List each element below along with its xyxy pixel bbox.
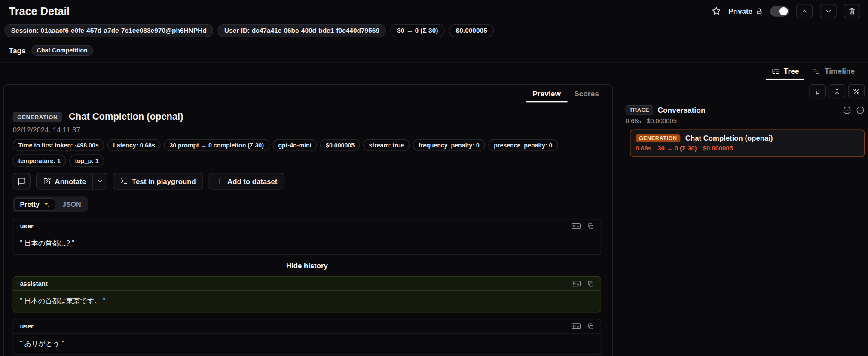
collapse-all-button[interactable]: [829, 84, 846, 98]
view-tabs: Tree Timeline: [0, 63, 868, 80]
observation-type-badge: GENERATION: [13, 112, 62, 122]
tab-timeline-label: Timeline: [825, 67, 855, 75]
copy-button[interactable]: [587, 280, 594, 287]
copy-button[interactable]: [587, 322, 594, 330]
tree-row-generation[interactable]: GENERATION Chat Completion (openai) 0.68…: [630, 129, 865, 157]
message-header: user: [13, 219, 601, 233]
generation-node-title: Chat Completion (openai): [685, 134, 773, 142]
tree-icon: [771, 67, 779, 75]
page-title: Trace Detail: [9, 5, 70, 18]
expand-all-button[interactable]: [843, 105, 852, 114]
messages-list: user " 日本の首都は? " Hide history: [13, 219, 601, 355]
tree-toolbar: [626, 84, 865, 98]
pill-model[interactable]: gpt-4o-mini: [273, 139, 317, 151]
page: Trace Detail Private Session: 01aaacf6-e…: [0, 0, 868, 356]
copy-button[interactable]: [587, 222, 594, 230]
test-in-playground-button[interactable]: Test in playground: [113, 173, 203, 190]
chevron-down-icon: [825, 7, 832, 15]
pill-cost: $0.000005: [320, 139, 360, 151]
message-content: " 日本の首都は? ": [13, 233, 601, 254]
add-to-dataset-button[interactable]: Add to dataset: [208, 173, 284, 190]
json-toggle[interactable]: JSON: [57, 198, 87, 210]
trace-ops: [843, 105, 865, 114]
observation-header: GENERATION Chat Completion (openai): [13, 111, 604, 123]
markdown-toggle-button[interactable]: [572, 280, 581, 288]
timeline-icon: [813, 67, 821, 75]
toggle-knob: [779, 7, 788, 15]
share-toggle[interactable]: [770, 6, 789, 16]
tab-scores[interactable]: Scores: [567, 88, 605, 103]
add-to-dataset-label: Add to dataset: [227, 177, 277, 185]
trace-metrics: 0.68s $0.000005: [626, 117, 865, 124]
message-header: assistant: [13, 277, 601, 291]
pretty-toggle[interactable]: Pretty: [14, 198, 55, 210]
collapse-node-button[interactable]: [856, 105, 865, 114]
user-id-badge[interactable]: User ID: dc47a41e-06bc-400d-bde1-f0e440d…: [218, 24, 386, 37]
message-content: " 日本の首都は東京です。 ": [13, 291, 601, 312]
tab-preview[interactable]: Preview: [526, 88, 568, 103]
pill-frequency-penalty: frequency_penalty: 0: [413, 139, 485, 151]
pill-temperature: temperature: 1: [13, 154, 66, 166]
tag-chat-competition[interactable]: Chat Competition: [31, 45, 93, 56]
bookmark-star-button[interactable]: [711, 6, 721, 16]
annotate-label: Annotate: [55, 177, 86, 185]
chevron-down-icon: [97, 178, 103, 184]
tab-tree[interactable]: Tree: [766, 65, 805, 80]
generation-cost: $0.000005: [703, 145, 733, 152]
minus-circle-icon: [856, 105, 865, 114]
markdown-icon: [572, 222, 581, 230]
message-actions: [572, 280, 594, 288]
show-metrics-button[interactable]: [848, 84, 865, 98]
pill-presence-penalty: presence_penalty: 0: [488, 139, 558, 151]
generation-latency: 0.68s: [636, 145, 651, 152]
comment-icon: [18, 177, 26, 185]
format-toggle: Pretty JSON: [13, 196, 89, 212]
tab-tree-label: Tree: [784, 67, 799, 75]
generation-node-header: GENERATION Chat Completion (openai): [636, 134, 859, 142]
comments-button[interactable]: [13, 173, 31, 190]
annotate-split-button: Annotate: [36, 173, 108, 190]
main-content: Preview Scores GENERATION Chat Completio…: [0, 80, 868, 356]
markdown-icon: [572, 322, 581, 330]
next-trace-button[interactable]: [820, 4, 837, 18]
annotate-dropdown-button[interactable]: [93, 173, 107, 189]
header: Trace Detail Private: [0, 0, 868, 21]
pill-token-usage: 30 prompt → 0 completion (Σ 30): [164, 139, 269, 151]
session-badge[interactable]: Session: 01aaacf6-e0fe-457d-a7de-7c1ee08…: [4, 24, 213, 37]
generation-tokens: 30 → 0 (Σ 30): [657, 145, 697, 152]
generation-node-metrics: 0.68s 30 → 0 (Σ 30) $0.000005: [636, 145, 859, 152]
delete-trace-button[interactable]: [844, 4, 860, 18]
total-cost-badge: $0.000005: [449, 24, 494, 37]
percent-icon: [853, 88, 860, 95]
markdown-icon: [572, 280, 581, 288]
tree-row-trace[interactable]: TRACE Conversation: [626, 105, 865, 115]
hide-history-button[interactable]: Hide history: [286, 261, 328, 270]
privacy-status: Private: [728, 7, 763, 15]
tags-row: Tags Chat Competition: [0, 40, 868, 63]
message-content: " ありがとう ": [13, 334, 601, 355]
message-role: user: [20, 223, 33, 229]
trace-type-badge: TRACE: [626, 105, 653, 115]
trace-tree-panel: TRACE Conversation 0.68s $0.000005 GENER: [626, 84, 865, 157]
markdown-toggle-button[interactable]: [572, 222, 581, 230]
token-usage-badge: 30 → 0 (Σ 30): [391, 24, 445, 37]
markdown-toggle-button[interactable]: [572, 322, 581, 330]
terminal-icon: [120, 177, 128, 185]
plus-circle-icon: [843, 105, 852, 114]
tab-timeline[interactable]: Timeline: [807, 65, 860, 80]
previous-trace-button[interactable]: [796, 4, 813, 18]
annotate-button[interactable]: Annotate: [37, 173, 93, 189]
generation-type-badge: GENERATION: [636, 134, 680, 142]
message-actions: [572, 222, 594, 230]
meta-badges-row: Session: 01aaacf6-e0fe-457d-a7de-7c1ee08…: [0, 21, 868, 40]
show-scores-button[interactable]: [809, 84, 826, 98]
pill-top-p: top_p: 1: [70, 154, 104, 166]
copy-icon: [587, 322, 594, 330]
annotate-pen-icon: [43, 177, 51, 185]
copy-icon: [587, 222, 594, 230]
action-buttons-row: Annotate Test in playground Add to datas…: [13, 173, 604, 190]
chevrons-collapse-icon: [833, 88, 841, 95]
observation-title: Chat Completion (openai): [69, 111, 183, 123]
trace-cost: $0.000005: [647, 117, 677, 124]
tags-label: Tags: [9, 46, 26, 55]
